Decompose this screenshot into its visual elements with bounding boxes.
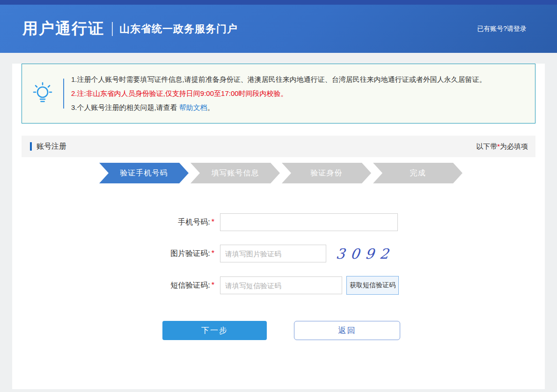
site-branding: 用户通行证 山东省统一政务服务门户 <box>22 18 238 39</box>
main-content-card: 1.注册个人账号时需要填写证件信息,请提前准备身份证、港澳居民往来内地通行证、台… <box>12 64 545 389</box>
notice-line-3: 3.个人账号注册的相关问题,请查看 帮助文档。 <box>71 101 486 115</box>
section-title: 账号注册 <box>37 142 66 152</box>
step-indicator: 验证手机号码 填写账号信息 验证身份 完成 <box>99 163 545 183</box>
required-note-prefix: 以下带 <box>476 142 497 150</box>
required-note-suffix: 为必填项 <box>500 142 528 150</box>
captcha-label-text: 图片验证码: <box>170 249 210 257</box>
help-doc-link[interactable]: 帮助文档 <box>179 103 207 111</box>
section-title-group: 账号注册 <box>30 142 66 152</box>
title-divider <box>112 22 113 36</box>
captcha-label: 图片验证码:* <box>143 249 214 259</box>
registration-form: 手机号码:* 图片验证码:* 3092 短信验证码:* 获取短信验证码 下一步 … <box>12 213 545 340</box>
get-sms-code-button[interactable]: 获取短信验证码 <box>346 276 399 295</box>
notice-line-3-suffix: 。 <box>207 103 214 111</box>
notice-text: 1.注册个人账号时需要填写证件信息,请提前准备身份证、港澳居民往来内地通行证、台… <box>64 73 486 115</box>
notice-box: 1.注册个人账号时需要填写证件信息,请提前准备身份证、港澳居民往来内地通行证、台… <box>22 64 535 123</box>
captcha-image[interactable]: 3092 <box>332 246 398 262</box>
action-buttons: 下一步 返回 <box>162 321 545 340</box>
top-accent-bar <box>0 0 557 5</box>
sms-required-asterisk: * <box>212 281 214 289</box>
captcha-row: 图片验证码:* 3092 <box>143 245 545 262</box>
lightbulb-icon <box>22 82 63 105</box>
notice-line-3-text: 3.个人账号注册的相关问题,请查看 <box>71 103 179 111</box>
site-header: 用户通行证 山东省统一政务服务门户 已有账号?请登录 <box>0 5 557 53</box>
phone-input[interactable] <box>220 213 398 231</box>
required-note: 以下带*为必填项 <box>476 142 528 151</box>
phone-label-text: 手机号码: <box>178 218 210 226</box>
notice-line-1: 1.注册个人账号时需要填写证件信息,请提前准备身份证、港澳居民往来内地通行证、台… <box>71 73 486 87</box>
sms-label-text: 短信验证码: <box>170 281 210 289</box>
step-verify-identity: 验证身份 <box>282 163 371 183</box>
sms-row: 短信验证码:* 获取短信验证码 <box>143 276 545 295</box>
sms-input[interactable] <box>220 276 342 294</box>
section-marker <box>30 142 32 151</box>
notice-line-2: 2.注:非山东省内人员身份验证,仅支持日间9:00至17:00时间段内校验。 <box>71 87 486 101</box>
captcha-required-asterisk: * <box>212 249 214 257</box>
phone-required-asterisk: * <box>212 218 214 226</box>
login-link[interactable]: 已有账号?请登录 <box>477 25 527 33</box>
next-step-button[interactable]: 下一步 <box>162 321 267 340</box>
phone-label: 手机号码:* <box>143 218 214 227</box>
captcha-input[interactable] <box>220 245 326 262</box>
section-header: 账号注册 以下带*为必填项 <box>22 136 535 157</box>
step-verify-phone: 验证手机号码 <box>99 163 189 183</box>
sms-label: 短信验证码:* <box>143 281 214 290</box>
site-title: 用户通行证 <box>22 18 104 39</box>
step-complete: 完成 <box>373 163 462 183</box>
site-subtitle: 山东省统一政务服务门户 <box>119 22 238 36</box>
phone-row: 手机号码:* <box>143 213 545 231</box>
step-fill-account-info: 填写账号信息 <box>191 163 280 183</box>
back-button[interactable]: 返回 <box>294 321 400 340</box>
